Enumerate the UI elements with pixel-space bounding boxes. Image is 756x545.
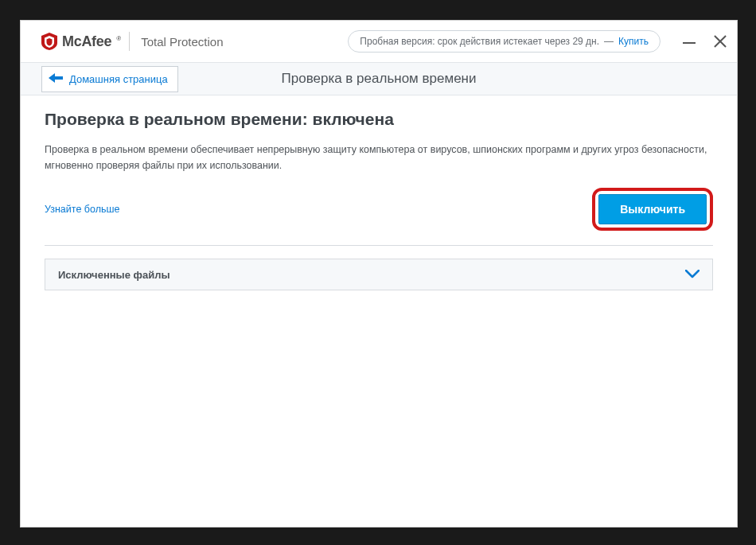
window-controls — [683, 34, 727, 49]
chevron-down-icon — [685, 267, 699, 282]
callout-highlight: Выключить — [592, 188, 713, 231]
brand-separator — [129, 32, 130, 51]
action-row: Узнайте больше Выключить — [45, 188, 713, 231]
excluded-files-accordion[interactable]: Исключенные файлы — [45, 259, 713, 290]
learn-more-link[interactable]: Узнайте больше — [45, 204, 119, 215]
accordion-label: Исключенные файлы — [58, 269, 170, 281]
brand-block: McAfee ® — [41, 33, 121, 50]
trial-banner[interactable]: Пробная версия: срок действия истекает ч… — [348, 30, 661, 53]
page-description: Проверка в реальном времени обеспечивает… — [45, 142, 713, 173]
app-window: McAfee ® Total Protection Пробная версия… — [20, 20, 738, 527]
arrow-left-icon — [49, 73, 63, 85]
buy-link[interactable]: Купить — [618, 36, 649, 47]
minimize-icon[interactable] — [683, 42, 696, 44]
disable-button[interactable]: Выключить — [598, 194, 707, 224]
close-icon[interactable] — [713, 34, 727, 49]
trial-separator: — — [604, 36, 614, 47]
back-button[interactable]: Домашняя страница — [41, 66, 178, 92]
brand-name: McAfee — [62, 33, 111, 50]
back-label: Домашняя страница — [69, 73, 168, 85]
mcafee-shield-icon — [41, 33, 57, 50]
navbar: Домашняя страница Проверка в реальном вр… — [21, 62, 737, 95]
brand-subtitle: Total Protection — [141, 35, 223, 49]
section-divider — [45, 245, 713, 246]
content-area: Проверка в реальном времени: включена Пр… — [21, 95, 737, 527]
trademark-icon: ® — [116, 35, 121, 42]
trial-text: Пробная версия: срок действия истекает ч… — [360, 36, 599, 47]
app-header: McAfee ® Total Protection Пробная версия… — [21, 21, 737, 62]
nav-title: Проверка в реальном времени — [282, 71, 477, 87]
page-heading: Проверка в реальном времени: включена — [45, 110, 713, 129]
